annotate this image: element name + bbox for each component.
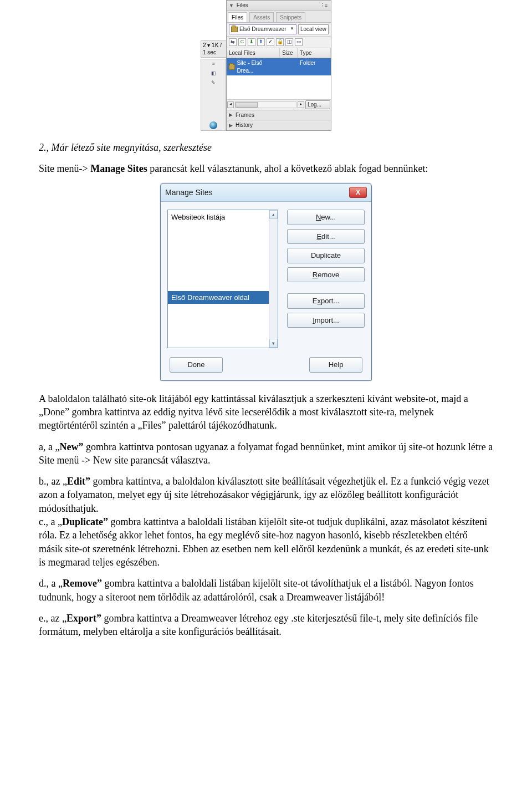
site-combo-text: Első Dreamweaver [239, 26, 286, 33]
view-combo-text: Local view [300, 26, 326, 32]
paragraph-c: c., a „Duplicate” gombra kattintva a bal… [39, 515, 493, 569]
panel-title: Files [237, 2, 248, 8]
text: a, a „ [39, 441, 59, 452]
text: gombra kattintva a baloldali listában ki… [39, 578, 474, 602]
scroll-down-icon[interactable]: ▾ [269, 339, 278, 348]
help-button[interactable]: Help [309, 357, 362, 373]
export-button[interactable]: Export... [287, 293, 365, 309]
files-panel: ▼ Files ⋮≡ Files Assets Snippets Első Dr… [226, 0, 331, 131]
collapse-icon[interactable]: ▼ [229, 3, 234, 8]
frames-panel-header[interactable]: ▶ Frames [227, 110, 331, 120]
text: dit... [321, 232, 335, 241]
manage-sites-figure: Manage Sites X Websiteok listája Első Dr… [39, 183, 493, 381]
text-bold: Remove” [63, 578, 102, 589]
text: b., az „ [39, 476, 67, 487]
text: d., a „ [39, 578, 63, 589]
table-row[interactable]: Site - Első Drea... Folder [227, 58, 331, 75]
site-combo[interactable]: Első Dreamweaver ▼ [229, 24, 296, 34]
intro-paragraph: Site menü-> Manage Sites parancsát kell … [39, 162, 493, 175]
text: e., az „ [39, 613, 66, 624]
text-bold: Duplicate” [62, 516, 108, 527]
text: E [316, 232, 321, 241]
panel-menu-icon[interactable]: ⋮≡ [320, 2, 328, 9]
files-area[interactable]: Site - Első Drea... Folder [227, 58, 331, 99]
put-icon[interactable]: ⬆ [257, 38, 265, 46]
paragraph-a: a, a „New” gombra kattintva pontosan ugy… [39, 440, 493, 467]
text-bold: Export” [66, 613, 101, 624]
sites-listbox[interactable]: Websiteok listája Első Dreamweaver oldal… [167, 210, 278, 348]
row-name: Site - Első Drea... [237, 59, 278, 74]
globe-icon [209, 121, 217, 129]
panel-label: Frames [236, 111, 254, 119]
col-size[interactable]: Size [280, 48, 298, 58]
panel-label: History [236, 121, 253, 129]
text: gombra kattintva, a baloldalon kiválaszt… [39, 476, 489, 514]
text: R [313, 271, 318, 279]
listbox-scrollbar[interactable]: ▴ ▾ [269, 210, 278, 348]
paragraph: A baloldalon található site-ok litájából… [39, 392, 493, 432]
side-icon[interactable]: ✎ [209, 79, 217, 87]
col-type[interactable]: Type [298, 48, 331, 58]
done-button[interactable]: Done [170, 357, 223, 373]
scroll-up-icon[interactable]: ▴ [269, 210, 278, 219]
text-bold: New” [59, 441, 83, 452]
scroll-left-icon[interactable]: ◂ [227, 101, 234, 108]
checkin-icon[interactable]: 🔒 [276, 38, 284, 46]
history-panel-header[interactable]: ▶ History [227, 120, 331, 130]
refresh-icon[interactable]: C [238, 38, 246, 46]
text: Site menü-> [39, 163, 90, 174]
folder-icon [231, 27, 238, 32]
sync-icon[interactable]: ◫ [285, 38, 293, 46]
tab-assets[interactable]: Assets [249, 12, 274, 23]
dialog-title: Manage Sites [165, 187, 213, 198]
col-files[interactable]: Local Files [227, 48, 280, 58]
tab-snippets[interactable]: Snippets [276, 12, 305, 23]
get-icon[interactable]: ⬇ [248, 38, 255, 46]
scroll-right-icon[interactable]: ▸ [298, 101, 304, 108]
files-list-header: Local Files Size Type [227, 48, 331, 59]
text: gombra kattintva pontosan ugyanaz a foly… [39, 441, 493, 466]
import-button[interactable]: Import... [287, 313, 365, 328]
text: gombra kattintva a Dreamweaver létrehoz … [39, 613, 478, 637]
paragraph-d: d., a „Remove” gombra kattintva a balold… [39, 577, 493, 604]
text: port... [321, 297, 339, 305]
checkout-icon[interactable]: ✔ [267, 38, 274, 46]
list-item-selected[interactable]: Első Dreamweaver oldal [168, 291, 278, 304]
tab-files[interactable]: Files [228, 12, 247, 23]
text-bold: Edit” [67, 476, 90, 487]
text: N [316, 213, 321, 221]
connect-icon[interactable]: ⇆ [229, 38, 237, 46]
text: parancsát kell választanunk, ahol a köve… [147, 163, 428, 174]
expand-icon[interactable]: ▭ [295, 38, 303, 46]
expand-icon: ▶ [229, 111, 233, 118]
edit-button[interactable]: Edit... [287, 229, 365, 245]
expand-icon: ▶ [229, 122, 233, 129]
paragraph-b: b., az „Edit” gombra kattintva, a balold… [39, 475, 493, 515]
side-icon[interactable]: ≡ [209, 60, 217, 68]
duplicate-button[interactable]: Duplicate [287, 248, 365, 263]
text: mport... [315, 316, 339, 324]
folder-icon [229, 64, 235, 70]
paragraph-e: e., az „Export” gombra kattintva a Dream… [39, 612, 493, 639]
new-button[interactable]: New... [287, 210, 365, 225]
status-bar: 2 ▾ 1K / 1 sec [201, 40, 226, 58]
list-item[interactable]: Websiteok listája [168, 210, 278, 225]
scrollbar[interactable] [235, 101, 296, 108]
text: emove [318, 271, 339, 279]
view-combo[interactable]: Local view [298, 24, 329, 34]
row-type: Folder [298, 58, 331, 75]
log-button[interactable]: Log... [305, 100, 330, 109]
remove-button[interactable]: Remove [287, 267, 365, 283]
text: c., a „ [39, 516, 62, 527]
manage-sites-dialog: Manage Sites X Websiteok listája Első Dr… [160, 183, 372, 381]
section-heading: 2., Már létező site megnyitása, szerkesz… [39, 141, 493, 154]
text-bold: Manage Sites [90, 163, 147, 174]
text: ew... [321, 213, 336, 221]
side-icon[interactable]: ◧ [209, 70, 217, 78]
files-panel-figure: 2 ▾ 1K / 1 sec ≡ ◧ ✎ ▼ Files ⋮≡ Files As… [39, 0, 493, 131]
close-icon[interactable]: X [349, 187, 367, 198]
side-toolbar: ≡ ◧ ✎ [201, 59, 226, 131]
